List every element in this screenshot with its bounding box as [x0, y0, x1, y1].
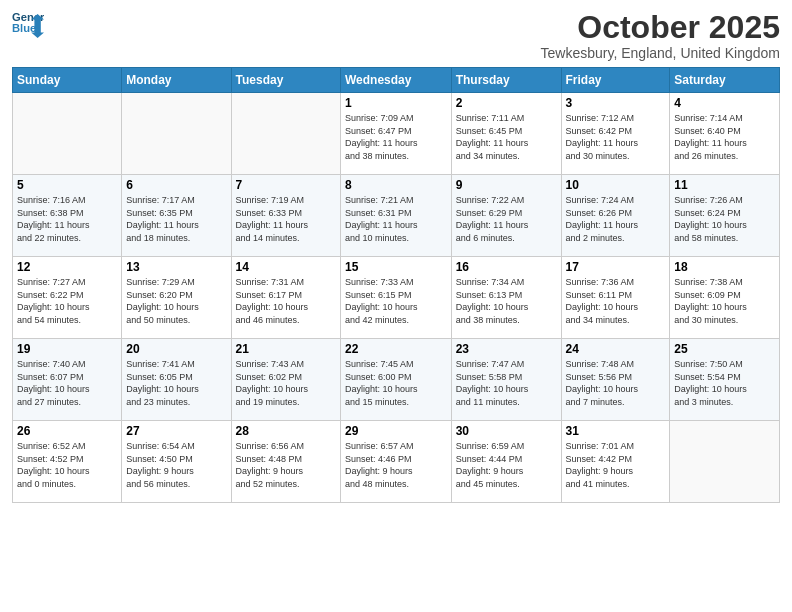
day-number: 25 — [674, 342, 775, 356]
calendar-cell: 16Sunrise: 7:34 AM Sunset: 6:13 PM Dayli… — [451, 257, 561, 339]
logo: General Blue — [12, 10, 44, 38]
day-number: 31 — [566, 424, 666, 438]
day-info: Sunrise: 7:16 AM Sunset: 6:38 PM Dayligh… — [17, 194, 117, 244]
day-number: 21 — [236, 342, 336, 356]
day-info: Sunrise: 6:56 AM Sunset: 4:48 PM Dayligh… — [236, 440, 336, 490]
calendar-cell: 20Sunrise: 7:41 AM Sunset: 6:05 PM Dayli… — [122, 339, 231, 421]
calendar-cell: 27Sunrise: 6:54 AM Sunset: 4:50 PM Dayli… — [122, 421, 231, 503]
calendar-cell: 7Sunrise: 7:19 AM Sunset: 6:33 PM Daylig… — [231, 175, 340, 257]
day-info: Sunrise: 7:22 AM Sunset: 6:29 PM Dayligh… — [456, 194, 557, 244]
calendar-table: Sunday Monday Tuesday Wednesday Thursday… — [12, 67, 780, 503]
month-title: October 2025 — [541, 10, 780, 45]
page-container: General Blue October 2025 Tewkesbury, En… — [0, 0, 792, 511]
day-number: 11 — [674, 178, 775, 192]
day-info: Sunrise: 7:36 AM Sunset: 6:11 PM Dayligh… — [566, 276, 666, 326]
day-info: Sunrise: 7:12 AM Sunset: 6:42 PM Dayligh… — [566, 112, 666, 162]
day-number: 24 — [566, 342, 666, 356]
day-info: Sunrise: 7:24 AM Sunset: 6:26 PM Dayligh… — [566, 194, 666, 244]
col-wednesday: Wednesday — [341, 68, 452, 93]
day-number: 20 — [126, 342, 226, 356]
day-info: Sunrise: 7:45 AM Sunset: 6:00 PM Dayligh… — [345, 358, 447, 408]
svg-text:Blue: Blue — [12, 22, 36, 34]
day-info: Sunrise: 7:14 AM Sunset: 6:40 PM Dayligh… — [674, 112, 775, 162]
calendar-cell: 2Sunrise: 7:11 AM Sunset: 6:45 PM Daylig… — [451, 93, 561, 175]
day-number: 19 — [17, 342, 117, 356]
calendar-week-5: 26Sunrise: 6:52 AM Sunset: 4:52 PM Dayli… — [13, 421, 780, 503]
calendar-cell — [13, 93, 122, 175]
day-info: Sunrise: 7:48 AM Sunset: 5:56 PM Dayligh… — [566, 358, 666, 408]
day-info: Sunrise: 7:33 AM Sunset: 6:15 PM Dayligh… — [345, 276, 447, 326]
calendar-cell: 1Sunrise: 7:09 AM Sunset: 6:47 PM Daylig… — [341, 93, 452, 175]
day-info: Sunrise: 7:09 AM Sunset: 6:47 PM Dayligh… — [345, 112, 447, 162]
day-info: Sunrise: 7:29 AM Sunset: 6:20 PM Dayligh… — [126, 276, 226, 326]
day-info: Sunrise: 7:26 AM Sunset: 6:24 PM Dayligh… — [674, 194, 775, 244]
calendar-week-4: 19Sunrise: 7:40 AM Sunset: 6:07 PM Dayli… — [13, 339, 780, 421]
calendar-cell: 5Sunrise: 7:16 AM Sunset: 6:38 PM Daylig… — [13, 175, 122, 257]
day-info: Sunrise: 6:52 AM Sunset: 4:52 PM Dayligh… — [17, 440, 117, 490]
day-number: 2 — [456, 96, 557, 110]
day-number: 4 — [674, 96, 775, 110]
calendar-header-row: Sunday Monday Tuesday Wednesday Thursday… — [13, 68, 780, 93]
calendar-cell: 9Sunrise: 7:22 AM Sunset: 6:29 PM Daylig… — [451, 175, 561, 257]
calendar-cell — [670, 421, 780, 503]
day-number: 1 — [345, 96, 447, 110]
day-info: Sunrise: 7:31 AM Sunset: 6:17 PM Dayligh… — [236, 276, 336, 326]
day-number: 16 — [456, 260, 557, 274]
col-sunday: Sunday — [13, 68, 122, 93]
day-number: 28 — [236, 424, 336, 438]
calendar-cell: 13Sunrise: 7:29 AM Sunset: 6:20 PM Dayli… — [122, 257, 231, 339]
calendar-cell: 28Sunrise: 6:56 AM Sunset: 4:48 PM Dayli… — [231, 421, 340, 503]
calendar-cell: 24Sunrise: 7:48 AM Sunset: 5:56 PM Dayli… — [561, 339, 670, 421]
col-friday: Friday — [561, 68, 670, 93]
day-number: 15 — [345, 260, 447, 274]
calendar-cell: 10Sunrise: 7:24 AM Sunset: 6:26 PM Dayli… — [561, 175, 670, 257]
day-info: Sunrise: 7:27 AM Sunset: 6:22 PM Dayligh… — [17, 276, 117, 326]
location: Tewkesbury, England, United Kingdom — [541, 45, 780, 61]
day-info: Sunrise: 7:34 AM Sunset: 6:13 PM Dayligh… — [456, 276, 557, 326]
day-info: Sunrise: 7:19 AM Sunset: 6:33 PM Dayligh… — [236, 194, 336, 244]
calendar-cell: 4Sunrise: 7:14 AM Sunset: 6:40 PM Daylig… — [670, 93, 780, 175]
day-number: 27 — [126, 424, 226, 438]
calendar-cell: 26Sunrise: 6:52 AM Sunset: 4:52 PM Dayli… — [13, 421, 122, 503]
day-info: Sunrise: 6:57 AM Sunset: 4:46 PM Dayligh… — [345, 440, 447, 490]
calendar-cell: 30Sunrise: 6:59 AM Sunset: 4:44 PM Dayli… — [451, 421, 561, 503]
day-number: 12 — [17, 260, 117, 274]
col-monday: Monday — [122, 68, 231, 93]
calendar-cell: 31Sunrise: 7:01 AM Sunset: 4:42 PM Dayli… — [561, 421, 670, 503]
logo-icon: General Blue — [12, 10, 44, 38]
day-info: Sunrise: 7:17 AM Sunset: 6:35 PM Dayligh… — [126, 194, 226, 244]
calendar-cell — [122, 93, 231, 175]
day-number: 6 — [126, 178, 226, 192]
day-info: Sunrise: 7:50 AM Sunset: 5:54 PM Dayligh… — [674, 358, 775, 408]
calendar-cell: 12Sunrise: 7:27 AM Sunset: 6:22 PM Dayli… — [13, 257, 122, 339]
day-number: 8 — [345, 178, 447, 192]
day-info: Sunrise: 7:21 AM Sunset: 6:31 PM Dayligh… — [345, 194, 447, 244]
day-number: 3 — [566, 96, 666, 110]
calendar-cell: 23Sunrise: 7:47 AM Sunset: 5:58 PM Dayli… — [451, 339, 561, 421]
day-number: 5 — [17, 178, 117, 192]
calendar-week-1: 1Sunrise: 7:09 AM Sunset: 6:47 PM Daylig… — [13, 93, 780, 175]
calendar-cell: 21Sunrise: 7:43 AM Sunset: 6:02 PM Dayli… — [231, 339, 340, 421]
calendar-cell: 22Sunrise: 7:45 AM Sunset: 6:00 PM Dayli… — [341, 339, 452, 421]
day-number: 18 — [674, 260, 775, 274]
day-number: 7 — [236, 178, 336, 192]
day-info: Sunrise: 7:43 AM Sunset: 6:02 PM Dayligh… — [236, 358, 336, 408]
day-info: Sunrise: 7:47 AM Sunset: 5:58 PM Dayligh… — [456, 358, 557, 408]
calendar-cell: 19Sunrise: 7:40 AM Sunset: 6:07 PM Dayli… — [13, 339, 122, 421]
day-number: 13 — [126, 260, 226, 274]
col-thursday: Thursday — [451, 68, 561, 93]
calendar-cell: 18Sunrise: 7:38 AM Sunset: 6:09 PM Dayli… — [670, 257, 780, 339]
day-number: 23 — [456, 342, 557, 356]
day-number: 10 — [566, 178, 666, 192]
calendar-week-3: 12Sunrise: 7:27 AM Sunset: 6:22 PM Dayli… — [13, 257, 780, 339]
calendar-cell: 25Sunrise: 7:50 AM Sunset: 5:54 PM Dayli… — [670, 339, 780, 421]
calendar-cell: 15Sunrise: 7:33 AM Sunset: 6:15 PM Dayli… — [341, 257, 452, 339]
header: General Blue October 2025 Tewkesbury, En… — [12, 10, 780, 61]
calendar-body: 1Sunrise: 7:09 AM Sunset: 6:47 PM Daylig… — [13, 93, 780, 503]
day-info: Sunrise: 7:40 AM Sunset: 6:07 PM Dayligh… — [17, 358, 117, 408]
calendar-cell — [231, 93, 340, 175]
col-tuesday: Tuesday — [231, 68, 340, 93]
title-block: October 2025 Tewkesbury, England, United… — [541, 10, 780, 61]
day-number: 29 — [345, 424, 447, 438]
col-saturday: Saturday — [670, 68, 780, 93]
